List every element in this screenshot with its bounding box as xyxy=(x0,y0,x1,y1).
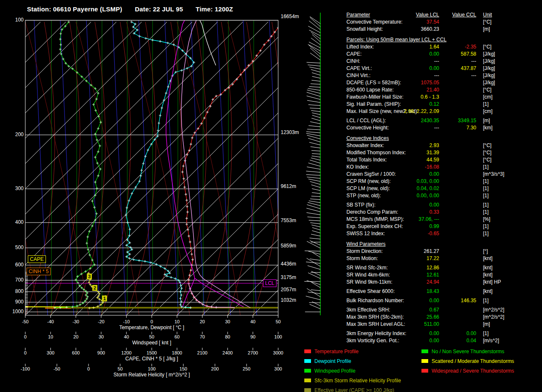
table-row: Storm Motion:17.22[knt] xyxy=(346,255,539,262)
axis-tick-label: -100 xyxy=(21,366,30,371)
table-row: Derecho Comp Param:0.33[1] xyxy=(346,209,539,216)
table-section-heading: Parcels: Using 50mB mean layer LCL + CCL xyxy=(346,36,539,43)
legend-label: Effective Layer (CAPE >= 100 J/kg) xyxy=(314,387,394,392)
table-cell-lcl: 0.33 xyxy=(429,209,439,216)
table-cell-unit: [J/kg] xyxy=(483,58,495,65)
table-cell-lcl: 18.43 xyxy=(427,288,439,295)
table-row: Lifted Index:1.64-2.35[°C] xyxy=(346,43,539,51)
legend-label: Widespread / Severe Thunderstorms xyxy=(432,368,514,374)
cape-label-box: CAPE xyxy=(28,255,46,263)
pressure-label: 500 xyxy=(7,244,24,250)
table-cell-lcl: 37.54 xyxy=(427,19,439,26)
table-cell-lcl: 0.00 xyxy=(429,297,439,304)
table-row: Convective Temperature:37.54[°C] xyxy=(346,19,539,26)
axis-tick-label: 900 xyxy=(97,350,105,355)
pressure-label: 1000 xyxy=(7,309,24,314)
axis-tick-label: 250 xyxy=(243,366,250,371)
table-row: Total Totals Index:44.59[°C] xyxy=(346,156,539,164)
table-cell-unit: [%] xyxy=(483,216,490,223)
table-cell-lcl: 2.98, 2.22, 2.09 xyxy=(404,108,439,115)
table-cell-lbl: SWISS 12 Index: xyxy=(346,230,385,237)
table-cell-lcl: 17.22 xyxy=(427,255,439,262)
table-row: CAPE Virt.:0.00437.87[J/kg] xyxy=(346,65,539,72)
table-row: MCS 18m/s (MMP, MSP):37.06, ---[%] xyxy=(346,216,539,223)
axis-tick-label: 20 xyxy=(73,334,78,339)
table-row: SR Wind Sfc-2km:12.86[knt] xyxy=(346,264,539,271)
table-cell-lcl: 12.86 xyxy=(427,264,439,271)
table-cell-unit: [°C] xyxy=(483,142,491,149)
axis-tick-label: -10 xyxy=(123,319,130,324)
table-cell-ccl: 146.35 xyxy=(461,297,476,304)
table-cell-ccl: --- xyxy=(471,58,476,65)
legend-swatch xyxy=(304,369,311,373)
legend-label: No / Non Severe Thunderstorms xyxy=(432,349,504,354)
parameter-table: ParameterValue LCLValue CCLUnitConvectiv… xyxy=(346,11,539,344)
height-label: 4436m xyxy=(281,261,296,267)
profile-parcel-lcl xyxy=(166,20,195,307)
table-row: CAPE:0.00587.58[J/kg] xyxy=(346,51,539,58)
table-row: LCL / CCL (AGL):2430.353349.15[m] xyxy=(346,117,539,124)
plot-border xyxy=(25,20,278,315)
table-cell-lbl: Fawbush-Miller Hail Size: xyxy=(346,94,403,101)
profile-ascent-white xyxy=(200,20,216,65)
cape-label: CAPE xyxy=(30,256,44,262)
axis-tick-label: 200 xyxy=(211,366,219,371)
axis-tick-label: 1200 xyxy=(121,350,131,355)
table-row: 850-600 Lapse Rate:21.40[°C] xyxy=(346,86,539,94)
axis-tick-label: 10 xyxy=(48,334,53,339)
table-cell-unit: [m/s^2] xyxy=(483,337,499,344)
legend-item: Sfc-3km Storm Relative Helicity Profile xyxy=(304,378,401,383)
table-row: CINH:------[J/kg] xyxy=(346,58,539,65)
axis-tick-label: -30 xyxy=(72,319,79,324)
legend-label: Windspeed Profile xyxy=(314,368,355,374)
table-cell-unit: [J/kg] xyxy=(483,79,495,86)
km-marker-label: 1 xyxy=(103,296,106,301)
table-cell-unit: [knt] xyxy=(483,271,493,279)
table-cell-lcl: 44.59 xyxy=(427,156,439,164)
legend-swatch xyxy=(304,359,311,363)
table-cell-lcl: --- xyxy=(434,72,439,79)
table-cell-lcl: 0.00, 0.00 xyxy=(417,192,439,199)
table-cell-unit: [1] xyxy=(483,201,488,209)
lcl-label-box: LCL xyxy=(263,279,276,287)
pressure-label: 100 xyxy=(7,17,24,23)
legend-item: Windspeed Profile xyxy=(304,368,355,373)
height-label: 12303m xyxy=(281,129,299,135)
table-cell-unit: [m] xyxy=(483,321,490,328)
table-cell-lbl: Effective Shear 6000: xyxy=(346,288,395,295)
table-cell-unit: [knt] HP xyxy=(483,279,501,286)
pressure-label: 200 xyxy=(7,132,24,137)
table-row: 3km Energy Helicity Index:0.000.00[1] xyxy=(346,330,539,337)
table-row: Convective Height:---7.30[km] xyxy=(346,124,539,132)
legend-swatch xyxy=(304,349,311,353)
table-row: Max 3km SRH (Sfc-2km):25.66[m^2/s^2] xyxy=(346,314,539,321)
axis-tick-label: 0 xyxy=(24,350,27,355)
axis-tick-label: 50 xyxy=(276,319,281,324)
axis-tick-label: 2100 xyxy=(197,350,207,355)
axis-tick-label: -40 xyxy=(47,319,54,324)
axis-tick-label: 20 xyxy=(200,319,205,324)
pressure-label: 900 xyxy=(7,299,24,305)
table-cell-unit: [cm] xyxy=(483,108,493,115)
pressure-label: 400 xyxy=(7,219,24,225)
table-row: SCP LM (new, old):0.04, 0.02[1] xyxy=(346,185,539,192)
table-cell-unit: [1] xyxy=(483,223,488,230)
table-cell-lcl: 1075.05 xyxy=(421,79,439,86)
table-cell-unit: [m^2/s^2] xyxy=(483,306,504,314)
axis-tick-label: 50 xyxy=(118,366,123,371)
km-marker-label: 3 xyxy=(88,274,91,279)
left-minor-ticks xyxy=(25,272,28,314)
axis-tick-label: 600 xyxy=(72,350,80,355)
table-cell-lbl: Convective Height: xyxy=(346,124,389,132)
table-row: Modified Thompson Index:31.39[°C] xyxy=(346,149,539,156)
legend-swatch xyxy=(421,359,428,363)
table-cell-lbl: LCL / CCL (AGL): xyxy=(346,117,386,124)
table-row: Snowfall Height:3660.23[m] xyxy=(346,26,539,33)
table-cell-lbl: CAPE: xyxy=(346,51,362,58)
table-cell-lbl: Modified Thompson Index: xyxy=(346,149,406,156)
table-cell-lbl: SR Wind 9km-11km: xyxy=(346,279,392,286)
table-cell-lcl: 31.39 xyxy=(427,149,439,156)
axis-tick-label: 2400 xyxy=(223,350,233,355)
table-section-heading: Convective Indices xyxy=(346,135,539,142)
table-cell-unit: [knt] xyxy=(483,288,493,295)
